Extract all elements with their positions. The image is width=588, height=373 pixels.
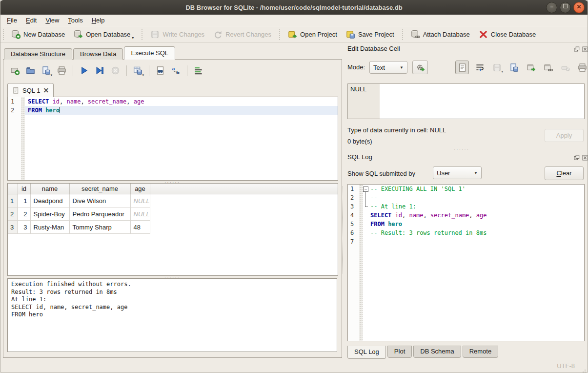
open-database-button[interactable]: Open Database▾	[69, 27, 138, 42]
dock-tab-db-schema[interactable]: DB Schema	[413, 346, 461, 358]
open-project-button[interactable]: Open Project	[284, 27, 342, 42]
close-icon: ✕	[576, 3, 581, 10]
menu-view[interactable]: View	[41, 15, 63, 26]
editor-line: FROM hero	[25, 106, 338, 115]
sql-editor[interactable]: 12 SELECT id, name, secret_name, ageFROM…	[7, 97, 338, 181]
print-button[interactable]	[55, 64, 68, 77]
code-token: ,	[423, 212, 430, 219]
tab-database-structure[interactable]: Database Structure	[4, 48, 72, 60]
new-sql-tab-icon	[10, 66, 20, 75]
save-results-button[interactable]: ▾	[131, 64, 144, 77]
cell[interactable]: Dive Wilson	[69, 194, 130, 207]
attach-database-button[interactable]: Attach Database	[406, 27, 474, 42]
auto-apply-button[interactable]	[412, 61, 428, 74]
menu-edit[interactable]: Edit	[21, 15, 41, 26]
execute-line-button[interactable]	[93, 64, 106, 77]
save-project-button[interactable]: Save Project	[342, 27, 399, 42]
clear-log-button[interactable]: Clear	[545, 166, 584, 180]
maximize-button[interactable]	[560, 2, 571, 13]
dock-float-icon[interactable]	[574, 46, 580, 52]
resize-grip[interactable]	[585, 370, 586, 371]
tab-browse-data[interactable]: Browse Data	[73, 48, 123, 60]
column-header-name[interactable]: name	[30, 184, 69, 194]
open-database-label: Open Database	[86, 31, 130, 38]
log-line: SELECT id, name, secret_name, age	[369, 211, 584, 220]
collapse-icon[interactable]: −	[363, 186, 368, 192]
svg-text:a: a	[172, 66, 175, 71]
row-header[interactable]: 3	[8, 221, 18, 234]
text-document-button[interactable]	[455, 61, 469, 74]
close-tab-icon[interactable]: ✕	[43, 87, 49, 94]
table-row[interactable]: 22Spider-BoyPedro ParqueadorNULL	[8, 207, 338, 221]
clear-log-label: Clear	[556, 169, 571, 177]
cell[interactable]: 1	[18, 194, 30, 207]
toolbar-separator	[187, 65, 187, 76]
save-project-label: Save Project	[358, 31, 394, 38]
export-button[interactable]	[525, 61, 537, 74]
format-sql-button[interactable]	[192, 64, 205, 77]
cell[interactable]: Pedro Parqueador	[69, 207, 130, 221]
splitter-handle[interactable]: ······	[454, 148, 469, 150]
cell-editor[interactable]: NULL	[347, 83, 585, 119]
menu-help[interactable]: Help	[87, 15, 109, 26]
dock-float-icon[interactable]	[574, 155, 580, 161]
table-row[interactable]: 11DeadpondDive WilsonNULL	[8, 194, 338, 207]
table-row[interactable]: 33Rusty-ManTommy Sharp48	[8, 221, 338, 234]
dock-tab-plot[interactable]: Plot	[387, 346, 412, 358]
minimize-button[interactable]: −	[546, 2, 557, 13]
word-wrap-button[interactable]	[473, 61, 486, 74]
cell[interactable]: Spider-Boy	[30, 207, 69, 221]
corner-header[interactable]	[8, 184, 18, 194]
new-database-button[interactable]: New Database	[7, 27, 69, 42]
cell[interactable]: Rusty-Man	[30, 221, 69, 234]
toolbar-separator	[73, 65, 73, 76]
cell[interactable]: 48	[130, 221, 150, 234]
row-header[interactable]: 2	[8, 207, 18, 221]
sql-file-tab[interactable]: SQL 1 ✕	[7, 83, 54, 97]
toolbar-handle[interactable]	[3, 29, 4, 40]
new-sql-tab-button[interactable]	[8, 64, 21, 77]
cell[interactable]: 2	[18, 207, 30, 221]
open-sql-file-button[interactable]	[24, 64, 37, 77]
menu-tools[interactable]: Tools	[63, 15, 87, 26]
replace-button[interactable]: ab	[169, 64, 182, 77]
tab-execute-sql[interactable]: Execute SQL	[124, 46, 175, 60]
close-database-button[interactable]: Close Database	[474, 27, 541, 42]
save-sql-file-button[interactable]: ▾	[40, 64, 53, 77]
pane-splitter[interactable]	[342, 186, 343, 273]
mode-value: Text	[373, 64, 385, 71]
code-token: secret_name	[430, 212, 469, 219]
fold-marker[interactable]: −	[363, 185, 369, 193]
editor-code-area[interactable]: SELECT id, name, secret_name, ageFROM he…	[25, 97, 338, 180]
cell[interactable]: 3	[18, 221, 30, 234]
close-button[interactable]: ✕	[573, 2, 585, 13]
mode-select[interactable]: Text ▼	[369, 61, 407, 74]
column-header-secret-name[interactable]: secret_name	[69, 184, 130, 194]
link-icon	[544, 63, 553, 72]
code-token: SELECT	[370, 212, 391, 219]
log-filter-select[interactable]: User ▼	[433, 166, 482, 179]
import-data-button: ▾	[490, 61, 503, 74]
cell[interactable]: Deadpond	[30, 194, 69, 207]
save-project-icon	[346, 30, 355, 39]
code-token: age	[134, 98, 144, 105]
row-header[interactable]: 1	[8, 194, 18, 207]
execute-all-button[interactable]	[78, 64, 91, 77]
dock-close-icon[interactable]	[582, 155, 588, 161]
dock-tab-sql-log[interactable]: SQL Log	[347, 346, 386, 359]
dropdown-caret-icon[interactable]: ▾	[132, 36, 134, 40]
save-as-button[interactable]	[507, 61, 520, 74]
find-button[interactable]	[154, 64, 167, 77]
link-button[interactable]	[542, 61, 554, 74]
cell[interactable]: NULL	[130, 207, 150, 221]
column-header-age[interactable]: age	[130, 184, 150, 194]
menu-file[interactable]: File	[2, 15, 21, 26]
dock-tab-remote[interactable]: Remote	[463, 346, 499, 358]
cell[interactable]: NULL	[130, 194, 150, 207]
empty-cell	[150, 194, 338, 207]
print-button[interactable]	[576, 61, 588, 74]
sql-log-view[interactable]: 1234567 − -- EXECUTING ALL IN 'SQL 1'---…	[347, 184, 585, 341]
cell[interactable]: Tommy Sharp	[69, 221, 130, 234]
dock-close-icon[interactable]	[582, 46, 588, 52]
column-header-id[interactable]: id	[18, 184, 30, 194]
